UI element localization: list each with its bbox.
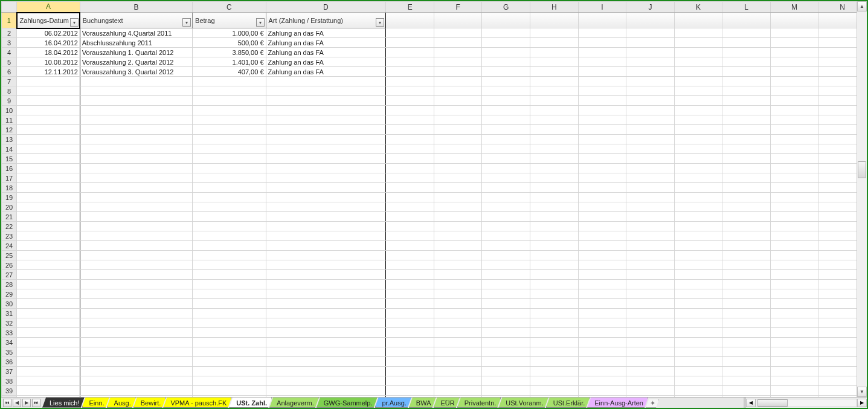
cell-D11[interactable] xyxy=(266,115,386,125)
cell-E14[interactable] xyxy=(386,144,434,154)
cell-G17[interactable] xyxy=(482,173,530,183)
cell-K26[interactable] xyxy=(674,260,722,270)
column-header-F[interactable]: F xyxy=(434,2,482,13)
cell-F37[interactable] xyxy=(434,367,482,376)
cell-J34[interactable] xyxy=(626,338,675,347)
cell-L4[interactable] xyxy=(722,48,771,57)
cell-H40[interactable] xyxy=(530,396,579,398)
cell-I12[interactable] xyxy=(578,125,626,135)
cell-I29[interactable] xyxy=(578,289,626,299)
cell-G4[interactable] xyxy=(482,48,530,57)
row-header-25[interactable]: 25 xyxy=(2,251,17,260)
cell-L38[interactable] xyxy=(722,376,771,386)
cell-F5[interactable] xyxy=(434,57,482,67)
header-cell-G[interactable] xyxy=(482,13,530,28)
cell-D40[interactable] xyxy=(266,396,386,398)
cell-J20[interactable] xyxy=(626,202,675,212)
cell-G12[interactable] xyxy=(482,125,530,135)
row-header-32[interactable]: 32 xyxy=(2,318,17,328)
cell-A37[interactable] xyxy=(17,367,80,376)
cell-E26[interactable] xyxy=(386,260,434,270)
cell-G5[interactable] xyxy=(482,57,530,67)
cell-I19[interactable] xyxy=(578,193,626,202)
cell-C30[interactable] xyxy=(193,299,266,309)
cell-M29[interactable] xyxy=(770,289,818,299)
cell-K23[interactable] xyxy=(674,231,722,241)
cell-K17[interactable] xyxy=(674,173,722,183)
row-header-8[interactable]: 8 xyxy=(2,86,17,96)
cell-G32[interactable] xyxy=(482,318,530,328)
cell-C10[interactable] xyxy=(193,106,266,115)
cell-M39[interactable] xyxy=(770,386,818,396)
cell-L30[interactable] xyxy=(722,299,771,309)
cell-D27[interactable] xyxy=(266,270,386,280)
cell-C33[interactable] xyxy=(193,328,266,338)
cell-B35[interactable] xyxy=(80,347,192,357)
cell-C7[interactable] xyxy=(193,77,266,86)
column-header-C[interactable]: C xyxy=(193,2,266,13)
cell-H12[interactable] xyxy=(530,125,579,135)
cell-M24[interactable] xyxy=(770,241,818,251)
cell-F8[interactable] xyxy=(434,86,482,96)
cell-I13[interactable] xyxy=(578,135,626,144)
cell-M31[interactable] xyxy=(770,309,818,318)
cell-A33[interactable] xyxy=(17,328,80,338)
cell-A6[interactable]: 12.11.2012 xyxy=(17,67,80,77)
cell-H26[interactable] xyxy=(530,260,579,270)
cell-M20[interactable] xyxy=(770,202,818,212)
cell-J7[interactable] xyxy=(626,77,675,86)
cell-L9[interactable] xyxy=(722,96,771,106)
row-header-33[interactable]: 33 xyxy=(2,328,17,338)
cell-J3[interactable] xyxy=(626,38,675,48)
cell-K27[interactable] xyxy=(674,270,722,280)
cell-G25[interactable] xyxy=(482,251,530,260)
cell-E20[interactable] xyxy=(386,202,434,212)
cell-E21[interactable] xyxy=(386,212,434,222)
cell-D6[interactable]: Zahlung an das FA xyxy=(266,67,386,77)
cell-M28[interactable] xyxy=(770,280,818,289)
cell-E19[interactable] xyxy=(386,193,434,202)
cell-J16[interactable] xyxy=(626,164,675,173)
cell-I37[interactable] xyxy=(578,367,626,376)
cell-M38[interactable] xyxy=(770,376,818,386)
cell-B7[interactable] xyxy=(80,77,192,86)
cell-B27[interactable] xyxy=(80,270,192,280)
tab-nav-next[interactable]: ▶ xyxy=(22,399,31,407)
cell-H10[interactable] xyxy=(530,106,579,115)
scroll-right-button[interactable]: ▶ xyxy=(857,399,867,407)
cell-I26[interactable] xyxy=(578,260,626,270)
cell-I40[interactable] xyxy=(578,396,626,398)
cell-A12[interactable] xyxy=(17,125,80,135)
cell-L18[interactable] xyxy=(722,183,771,193)
cell-G35[interactable] xyxy=(482,347,530,357)
cell-M37[interactable] xyxy=(770,367,818,376)
sheet-tab[interactable]: Ausg. xyxy=(107,398,136,408)
row-header-20[interactable]: 20 xyxy=(2,202,17,212)
cell-E31[interactable] xyxy=(386,309,434,318)
cell-M22[interactable] xyxy=(770,222,818,231)
sheet-tab[interactable]: BWA xyxy=(409,398,436,408)
cell-L24[interactable] xyxy=(722,241,771,251)
cell-C6[interactable]: 407,00 € xyxy=(193,67,266,77)
cell-L7[interactable] xyxy=(722,77,771,86)
row-header-1[interactable]: 1 xyxy=(2,13,17,28)
cell-A16[interactable] xyxy=(17,164,80,173)
cell-B31[interactable] xyxy=(80,309,192,318)
header-cell-L[interactable] xyxy=(722,13,771,28)
cell-F22[interactable] xyxy=(434,222,482,231)
cell-M18[interactable] xyxy=(770,183,818,193)
cell-H39[interactable] xyxy=(530,386,579,396)
cell-E2[interactable] xyxy=(386,28,434,38)
cell-F20[interactable] xyxy=(434,202,482,212)
cell-A23[interactable] xyxy=(17,231,80,241)
cell-C40[interactable] xyxy=(193,396,266,398)
cell-F31[interactable] xyxy=(434,309,482,318)
cell-E24[interactable] xyxy=(386,241,434,251)
column-header-E[interactable]: E xyxy=(386,2,434,13)
cell-C37[interactable] xyxy=(193,367,266,376)
cell-C2[interactable]: 1.000,00 € xyxy=(193,28,266,38)
cell-F19[interactable] xyxy=(434,193,482,202)
cell-K39[interactable] xyxy=(674,386,722,396)
cell-D4[interactable]: Zahlung an das FA xyxy=(266,48,386,57)
cell-H9[interactable] xyxy=(530,96,579,106)
